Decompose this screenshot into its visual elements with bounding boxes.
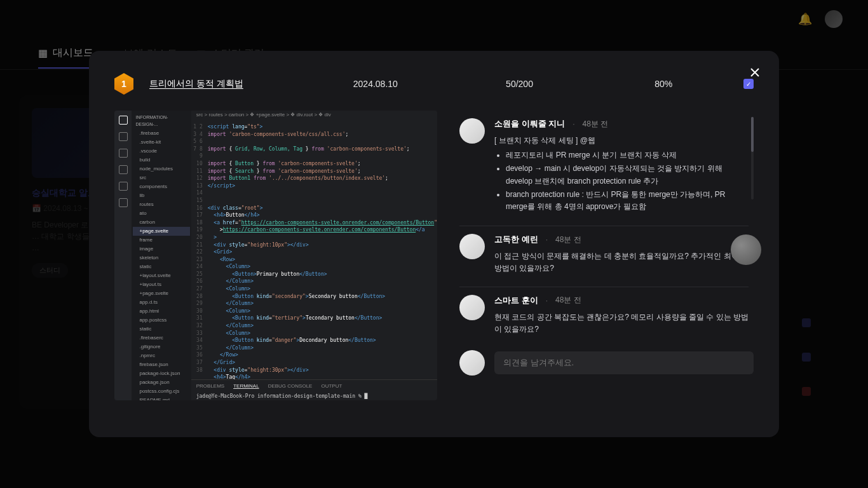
file-tree-item[interactable]: .vscode (133, 147, 189, 156)
settings-icon[interactable] (119, 198, 128, 207)
file-tree[interactable]: INFORMATION-DESIGN-... .firebase.svelte-… (132, 111, 191, 400)
close-button[interactable] (749, 65, 761, 83)
floating-avatar (731, 234, 761, 265)
search-icon[interactable] (119, 132, 128, 141)
file-tree-item[interactable]: static (133, 325, 189, 334)
terminal-tabs[interactable]: PROBLEMSTERMINALDEBUG CONSOLEOUTPUT (191, 379, 437, 392)
file-tree-item[interactable]: README.md (133, 396, 189, 400)
comment-time: 48분 전 (583, 119, 609, 130)
file-tree-item[interactable]: +layout.svelte (133, 271, 189, 280)
file-tree-item[interactable]: .svelte-kit (133, 138, 189, 147)
terminal-prompt[interactable]: jade@Ye-MacBook-Pro information-design-t… (191, 392, 437, 400)
file-tree-item[interactable]: components (133, 182, 189, 191)
file-tree-item[interactable]: app.html (133, 307, 189, 316)
problem-modal: 1 트리에서의 동적 계획법 2024.08.10 50/200 80% ✓ I… (89, 51, 779, 437)
explorer-icon[interactable] (119, 116, 128, 125)
comment-author: 스마트 훈이 (494, 295, 538, 306)
file-tree-item[interactable]: node_modules (133, 165, 189, 173)
comment-item: 고독한 예린 · 48분 전 이 접근 방식이 문제를 해결하는 데 충분히 효… (459, 226, 749, 287)
comment-item: 소원을 이뤄줄 지니 · 48분 전 [ 브랜치 자동 삭제 세팅 ] @웹레포… (459, 111, 749, 226)
file-tree-item[interactable]: postcss.config.cjs (133, 387, 189, 396)
close-icon (749, 66, 761, 79)
code-area[interactable]: <script lang="ts"> import 'carbon-compon… (205, 121, 437, 379)
rank-badge: 1 (114, 73, 133, 95)
problem-accuracy: 80% (599, 79, 728, 89)
activity-bar (114, 111, 132, 400)
comment-item: 스마트 훈이 · 48분 전 현재 코드의 공간 복잡도는 괜찮은가요? 메모리… (459, 287, 749, 347)
comment-author: 소원을 이뤄줄 지니 (494, 118, 565, 130)
tree-header: INFORMATION-DESIGN-... (133, 113, 189, 129)
file-tree-item[interactable]: .gitignore (133, 342, 189, 351)
file-tree-item[interactable]: app.d.ts (133, 298, 189, 307)
problem-date: 2024.08.10 (311, 79, 440, 89)
line-numbers: 1 2 3 4 5 6 7 8 9 10 11 12 13 14 15 16 1… (191, 121, 205, 379)
comment-text: 이 접근 방식이 문제를 해결하는 데 충분히 효율적일까요? 추가적인 최적화… (494, 250, 749, 274)
file-tree-item[interactable]: build (133, 156, 189, 165)
file-tree-item[interactable]: .npmrc (133, 351, 189, 360)
code-editor: INFORMATION-DESIGN-... .firebase.svelte-… (114, 111, 437, 400)
file-tree-item[interactable]: frame (133, 236, 189, 245)
problem-title[interactable]: 트리에서의 동적 계획법 (149, 78, 295, 90)
terminal-tab[interactable]: OUTPUT (321, 383, 342, 389)
comment-time: 48분 전 (555, 295, 581, 306)
comment-avatar (459, 295, 485, 320)
modal-backdrop: 1 트리에서의 동적 계획법 2024.08.10 50/200 80% ✓ I… (0, 0, 868, 488)
file-tree-item[interactable]: app.postcss (133, 316, 189, 325)
ext-icon[interactable] (119, 182, 128, 191)
file-tree-item[interactable]: skeleton (133, 254, 189, 262)
comment-avatar (459, 118, 485, 144)
comment-author: 고독한 예린 (494, 234, 538, 245)
file-tree-item[interactable]: ato (133, 209, 189, 218)
comment-text: 현재 코드의 공간 복잡도는 괜찮은가요? 메모리 사용량을 줄일 수 있는 방… (494, 311, 749, 336)
file-tree-item[interactable]: +layout.ts (133, 280, 189, 289)
comment-avatar (459, 234, 485, 259)
file-tree-item[interactable]: image (133, 245, 189, 254)
file-tree-item[interactable]: carbon (133, 218, 189, 227)
terminal-tab[interactable]: TERMINAL (233, 383, 259, 389)
problem-progress: 50/200 (456, 79, 584, 89)
file-tree-item[interactable]: routes (133, 200, 189, 209)
comment-input[interactable] (494, 351, 754, 374)
editor-breadcrumb[interactable]: src > routes > carbon > ❖ +page.svelte >… (191, 111, 437, 121)
terminal-tab[interactable]: PROBLEMS (196, 383, 224, 389)
file-tree-item[interactable]: .firebaserc (133, 334, 189, 342)
file-tree-item[interactable]: package-lock.json (133, 369, 189, 378)
file-tree-item[interactable]: static (133, 262, 189, 271)
my-avatar (459, 350, 485, 376)
file-tree-item[interactable]: +page.svelte (133, 289, 189, 298)
scrollbar[interactable] (751, 117, 754, 200)
file-tree-item[interactable]: .firebase (133, 129, 189, 138)
terminal-tab[interactable]: DEBUG CONSOLE (268, 383, 313, 389)
git-icon[interactable] (119, 149, 128, 158)
comments-panel: 소원을 이뤄줄 지니 · 48분 전 [ 브랜치 자동 삭제 세팅 ] @웹레포… (459, 111, 754, 400)
file-tree-item[interactable]: lib (133, 191, 189, 200)
file-tree-item[interactable]: firebase.json (133, 360, 189, 369)
comment-time: 48분 전 (555, 234, 581, 245)
comment-text: [ 브랜치 자동 삭제 세팅 ] @웹레포지토리 내 PR merge 시 분기… (494, 135, 749, 213)
file-tree-item[interactable]: src (133, 173, 189, 182)
file-tree-item[interactable]: +page.svelte (133, 227, 189, 236)
file-tree-item[interactable]: package.json (133, 378, 189, 387)
debug-icon[interactable] (119, 165, 128, 174)
